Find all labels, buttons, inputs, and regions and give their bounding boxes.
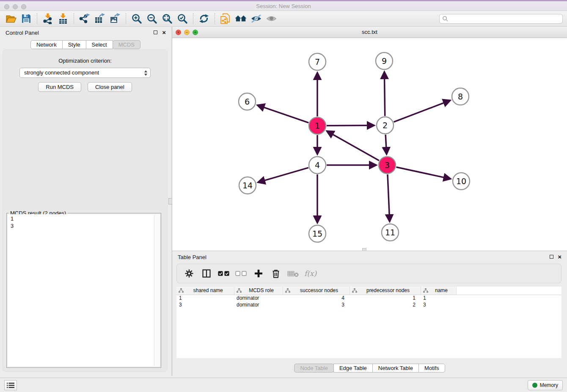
graph-node-label-7: 7 <box>315 57 320 66</box>
unselect-all-icon[interactable] <box>233 266 249 281</box>
node-table: shared nameMCDS rolesuccessor nodesprede… <box>176 287 561 358</box>
import-table-icon[interactable] <box>55 12 71 25</box>
import-network-icon[interactable] <box>40 12 55 25</box>
tab-style[interactable]: Style <box>62 40 86 49</box>
delete-row-trash-icon[interactable] <box>268 266 284 281</box>
home-views-icon[interactable] <box>233 12 248 25</box>
optimization-criterion-label: Optimization criterion: <box>3 58 167 64</box>
result-scrollbar[interactable] <box>154 215 160 366</box>
tab-select[interactable]: Select <box>86 40 113 49</box>
tab-network-table[interactable]: Network Table <box>372 364 419 373</box>
graph-edge-4-14[interactable] <box>262 168 308 181</box>
search-box[interactable] <box>439 14 563 24</box>
table-settings-gear-icon[interactable] <box>181 266 197 281</box>
save-session-icon[interactable] <box>19 12 34 25</box>
control-panel-title: Control Panel <box>6 30 39 36</box>
apply-function-icon[interactable]: f(x) <box>303 266 318 281</box>
network-canvas[interactable]: 7968124314101511 <box>172 38 567 251</box>
column-header-name[interactable]: name <box>421 287 456 295</box>
select-all-icon[interactable] <box>216 266 231 281</box>
graph-node-label-9: 9 <box>382 56 387 66</box>
table-cell[interactable]: 1 <box>421 295 456 301</box>
mcds-result-line: 1 <box>11 215 157 222</box>
close-table-panel-icon[interactable]: × <box>558 253 561 261</box>
table-cell[interactable]: 3 <box>283 301 350 308</box>
network-window-titlebar: × − + scc.txt <box>172 27 567 38</box>
table-cell[interactable]: 4 <box>283 295 350 301</box>
table-row[interactable]: 3dominator323 <box>176 301 561 308</box>
graph-edge-1-6[interactable] <box>261 107 308 123</box>
column-header-successor-nodes[interactable]: successor nodes <box>283 287 350 295</box>
tab-mcds[interactable]: MCDS <box>113 40 140 49</box>
table-cell[interactable]: 2 <box>350 301 421 308</box>
search-input[interactable] <box>449 14 562 23</box>
list-icon <box>7 382 14 389</box>
task-history-button[interactable] <box>4 380 17 390</box>
zoom-selected-icon[interactable] <box>175 12 190 25</box>
tab-node-table[interactable]: Node Table <box>294 364 334 373</box>
graph-edge-2-8[interactable] <box>394 102 446 122</box>
graph-node-label-10: 10 <box>456 177 466 186</box>
network-view-window: × − + scc.txt 7968124314101511 <box>172 27 567 251</box>
chevron-updown-icon <box>144 70 148 79</box>
show-hidden-eye-icon[interactable] <box>264 12 279 25</box>
close-panel-button[interactable]: Close panel <box>88 82 132 92</box>
column-header-shared-name[interactable]: shared name <box>176 287 234 295</box>
table-cell[interactable]: 3 <box>421 301 456 308</box>
show-columns-icon[interactable] <box>198 266 214 281</box>
zoom-in-icon[interactable] <box>129 12 144 25</box>
table-tabs: Node TableEdge TableNetwork TableMotifs <box>172 364 567 373</box>
column-header-predecessor-nodes[interactable]: predecessor nodes <box>350 287 421 295</box>
add-row-plus-icon[interactable] <box>250 266 266 281</box>
main-toolbar <box>0 11 567 27</box>
tab-edge-table[interactable]: Edge Table <box>333 364 373 373</box>
table-cell[interactable]: dominator <box>234 301 283 308</box>
toolbar-separator <box>74 13 74 24</box>
run-mcds-button[interactable]: Run MCDS <box>38 82 81 92</box>
table-cell[interactable]: 3 <box>176 301 234 308</box>
graph-node-label-3: 3 <box>385 160 390 170</box>
delete-column-icon[interactable] <box>285 266 301 281</box>
graph-edge-1-2[interactable] <box>327 125 370 126</box>
criterion-dropdown[interactable]: strongly connected component <box>19 68 151 78</box>
table-panel-title: Table Panel <box>178 254 206 260</box>
title-bar: Session: New Session <box>0 0 567 11</box>
table-cell[interactable]: dominator <box>234 295 283 301</box>
refresh-icon[interactable] <box>196 12 212 25</box>
graph-edge-3-10[interactable] <box>396 167 446 178</box>
graph-edge-2-3[interactable] <box>385 135 386 150</box>
function-label: f(x) <box>304 269 317 278</box>
table-row[interactable]: 1dominator411 <box>176 295 561 301</box>
graph-edge-3-11[interactable] <box>388 174 389 217</box>
tab-network[interactable]: Network <box>30 40 63 49</box>
table-cell-filler <box>456 295 561 301</box>
memory-status-icon <box>532 383 537 388</box>
hide-selected-eye-icon[interactable] <box>248 12 264 25</box>
zoom-out-icon[interactable] <box>144 12 160 25</box>
zoom-fit-icon[interactable] <box>160 12 175 25</box>
tab-motifs[interactable]: Motifs <box>418 364 445 373</box>
table-cell[interactable]: 1 <box>176 295 234 301</box>
export-network-icon[interactable] <box>77 12 92 25</box>
export-table-icon[interactable] <box>92 12 107 25</box>
graph-node-label-11: 11 <box>385 228 395 237</box>
mcds-result-line: 3 <box>11 222 157 229</box>
vertical-splitter-grip[interactable] <box>168 198 172 204</box>
control-panel: Control Panel × NetworkStyleSelectMCDS O… <box>0 27 171 376</box>
graph-edge-2-9[interactable] <box>384 76 385 116</box>
mcds-result-lines: 13 <box>8 214 160 230</box>
graph-edge-3-1[interactable] <box>330 133 379 161</box>
network-window-title: scc.txt <box>172 29 567 35</box>
table-cell[interactable]: 1 <box>350 295 421 301</box>
search-icon <box>442 16 449 22</box>
export-image-icon[interactable] <box>107 12 123 25</box>
column-header-mcds-role[interactable]: MCDS role <box>234 287 283 295</box>
close-panel-icon[interactable]: × <box>162 28 166 37</box>
graph-node-label-4: 4 <box>315 160 320 170</box>
network-from-selection-icon[interactable] <box>218 12 233 25</box>
mcds-result-textarea[interactable]: 13 <box>8 214 160 367</box>
float-panel-icon[interactable] <box>154 30 157 34</box>
open-session-icon[interactable] <box>3 12 19 25</box>
memory-button[interactable]: Memory <box>528 380 563 390</box>
float-table-panel-icon[interactable] <box>550 255 553 259</box>
